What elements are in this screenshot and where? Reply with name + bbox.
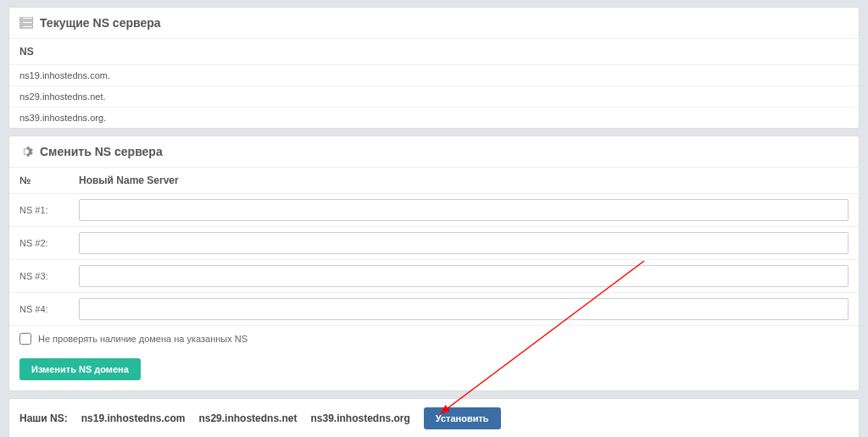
change-ns-form: № Новый Name Server NS #1: NS #2: NS #3:… xyxy=(9,168,859,326)
change-ns-header: Сменить NS сервера xyxy=(9,136,859,168)
ns2-input[interactable] xyxy=(79,232,849,254)
ns-row-label: NS #4: xyxy=(9,293,69,326)
col-nameserver-header: Новый Name Server xyxy=(69,168,859,194)
our-ns-footer: Наши NS: ns19.inhostedns.com ns29.inhost… xyxy=(8,398,860,437)
current-ns-panel: Текущие NS сервера NS ns19.inhostedns.co… xyxy=(8,7,860,129)
ns-cell: ns29.inhostedns.net. xyxy=(9,86,859,108)
ns-cell: ns19.inhostedns.com. xyxy=(9,65,859,86)
server-list-icon xyxy=(19,17,33,29)
ns1-input[interactable] xyxy=(79,199,849,221)
ns-cell: ns39.inhostedns.org. xyxy=(9,108,859,129)
skip-check-checkbox[interactable] xyxy=(19,333,31,345)
ns4-input[interactable] xyxy=(79,298,849,320)
ns3-input[interactable] xyxy=(79,265,849,287)
change-ns-submit-button[interactable]: Изменить NS домена xyxy=(19,358,141,380)
table-row: ns19.inhostedns.com. xyxy=(9,65,859,86)
skip-check-label: Не проверять наличие домена на указанных… xyxy=(38,334,248,344)
change-ns-panel: Сменить NS сервера № Новый Name Server N… xyxy=(8,136,860,391)
svg-point-4 xyxy=(21,22,22,23)
our-ns-item: ns19.inhostedns.com xyxy=(81,412,186,424)
ns-row-label: NS #3: xyxy=(9,260,69,293)
ns-input-row: NS #3: xyxy=(9,260,859,293)
ns-row-label: NS #2: xyxy=(9,227,69,260)
table-row: ns39.inhostedns.org. xyxy=(9,108,859,129)
gear-icon xyxy=(19,145,33,158)
change-ns-title: Сменить NS сервера xyxy=(40,145,163,158)
ns-row-label: NS #1: xyxy=(9,194,69,227)
ns-input-row: NS #4: xyxy=(9,293,859,326)
col-number-header: № xyxy=(9,168,69,194)
current-ns-header: Текущие NS сервера xyxy=(9,8,859,39)
svg-point-3 xyxy=(21,18,22,19)
our-ns-item: ns39.inhostedns.org xyxy=(310,412,409,424)
svg-point-5 xyxy=(21,26,22,27)
install-button[interactable]: Установить xyxy=(424,407,501,429)
our-ns-label: Наши NS: xyxy=(19,412,68,424)
ns-input-row: NS #1: xyxy=(9,194,859,227)
current-ns-table: NS ns19.inhostedns.com. ns29.inhostedns.… xyxy=(9,39,859,128)
table-row: ns29.inhostedns.net. xyxy=(9,86,859,108)
current-ns-title: Текущие NS сервера xyxy=(40,16,161,30)
ns-column-header: NS xyxy=(9,39,859,65)
ns-input-row: NS #2: xyxy=(9,227,859,260)
skip-check-row: Не проверять наличие домена на указанных… xyxy=(9,326,859,351)
our-ns-item: ns29.inhostedns.net xyxy=(198,412,297,424)
